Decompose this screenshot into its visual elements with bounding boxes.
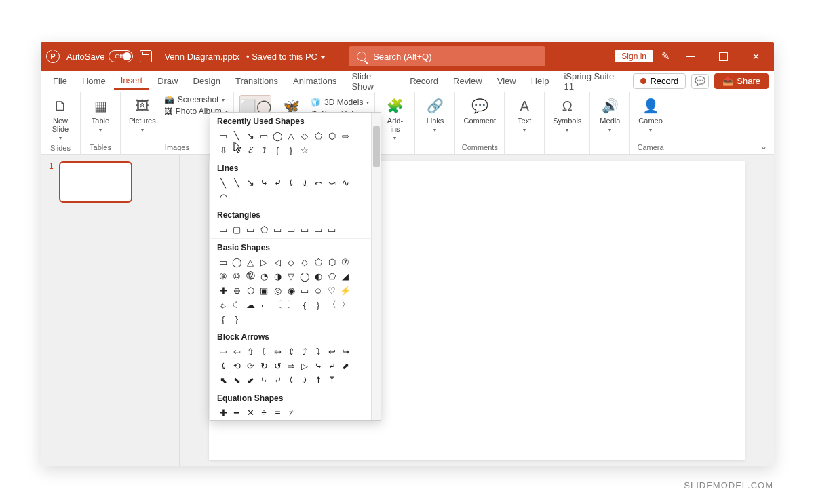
shape-item[interactable]: ╲ <box>231 130 243 142</box>
shape-item[interactable]: ⑩ <box>231 270 243 282</box>
shape-item[interactable]: ⤻ <box>326 176 338 189</box>
shape-item[interactable]: ◉ <box>285 284 297 296</box>
shape-item[interactable]: ⤴ <box>258 144 270 156</box>
shape-item[interactable]: ⤹ <box>217 360 229 372</box>
shape-item[interactable]: { <box>298 298 311 311</box>
media-button[interactable]: 🔊 Media ▾ <box>596 95 624 134</box>
shape-item[interactable]: ⤶ <box>326 360 338 372</box>
shape-item[interactable]: ╲ <box>217 176 229 189</box>
thumbnail-preview[interactable] <box>59 161 132 203</box>
shape-item[interactable]: ⤒ <box>326 374 338 386</box>
shape-item[interactable]: ⬠ <box>312 256 324 268</box>
tab-animations[interactable]: Animations <box>286 73 343 89</box>
tab-slideshow[interactable]: Slide Show <box>345 69 402 94</box>
shape-item[interactable]: ⤹ <box>285 374 297 386</box>
shape-item[interactable]: ↥ <box>312 374 324 386</box>
shape-item[interactable]: } <box>231 313 243 325</box>
shape-item[interactable]: ÷ <box>258 406 270 419</box>
shapes-scroll-area[interactable]: Recently Used Shapes▭╲↘▭◯△◇⬠⬡⇨⇩↪𝓔⤴{}☆Lin… <box>210 113 371 420</box>
scrollbar[interactable] <box>371 113 381 420</box>
shape-item[interactable]: ♡ <box>326 284 338 296</box>
record-button[interactable]: Record <box>633 73 686 89</box>
tab-ispring[interactable]: iSpring Suite 11 <box>557 69 632 94</box>
new-slide-button[interactable]: 🗋 New Slide ▾ <box>46 95 75 142</box>
shape-item[interactable]: ⬠ <box>326 270 338 282</box>
shape-item[interactable]: ⚡ <box>339 284 351 296</box>
shape-item[interactable]: ⇕ <box>285 345 297 357</box>
minimize-button[interactable] <box>678 46 703 66</box>
shape-item[interactable]: △ <box>244 256 256 268</box>
tab-record[interactable]: Record <box>403 73 445 89</box>
shape-item[interactable]: ▭ <box>298 223 311 235</box>
shape-item[interactable]: ⬠ <box>312 130 324 142</box>
close-button[interactable] <box>743 46 769 66</box>
shape-item[interactable]: ✕ <box>244 406 256 419</box>
shape-item[interactable]: ⇩ <box>258 345 270 357</box>
shape-item[interactable]: ⬡ <box>326 256 338 268</box>
shape-item[interactable]: ☁ <box>244 298 256 311</box>
shape-item[interactable]: ▭ <box>326 223 338 235</box>
shape-item[interactable]: ◁ <box>271 256 284 268</box>
shape-item[interactable]: ☾ <box>231 298 243 311</box>
shape-item[interactable]: ✚ <box>217 406 229 419</box>
tab-view[interactable]: View <box>490 73 523 89</box>
autosave-toggle[interactable]: AutoSave Off <box>66 50 133 62</box>
addins-button[interactable]: 🧩 Add- ins ▾ <box>381 95 409 142</box>
shape-item[interactable]: ▭ <box>271 223 284 235</box>
share-button[interactable]: 📤 Share <box>714 73 769 89</box>
shape-item[interactable]: ✚ <box>217 284 229 296</box>
shape-item[interactable]: ▢ <box>231 223 243 235</box>
shape-item[interactable]: ◢ <box>339 270 351 282</box>
cameo-button[interactable]: 👤 Cameo ▾ <box>636 95 665 134</box>
shape-item[interactable]: ⤵ <box>312 345 324 357</box>
shape-item[interactable]: ◠ <box>217 191 229 203</box>
shape-item[interactable]: ⇨ <box>339 130 351 142</box>
pen-icon[interactable] <box>660 51 671 62</box>
shape-item[interactable]: ◯ <box>298 270 311 282</box>
file-status[interactable]: • Saved to this PC <box>246 52 326 62</box>
shape-item[interactable]: { <box>271 144 284 156</box>
shape-item[interactable]: ⤹ <box>285 176 297 189</box>
shape-item[interactable]: ▭ <box>244 223 256 235</box>
shape-item[interactable]: ＝ <box>271 406 284 419</box>
shape-item[interactable]: 𝓔 <box>244 144 256 156</box>
shape-item[interactable]: ▭ <box>298 284 311 296</box>
slide-thumbnail-1[interactable]: 1 <box>49 161 171 203</box>
shape-item[interactable]: 〉 <box>339 298 351 311</box>
shape-item[interactable]: △ <box>285 130 297 142</box>
ribbon-collapse-button[interactable]: ⌄ <box>760 142 767 151</box>
shape-item[interactable]: ◯ <box>271 130 284 142</box>
text-button[interactable]: A Text ▾ <box>510 95 539 134</box>
shape-item[interactable]: 〕 <box>285 298 297 311</box>
shape-item[interactable]: ▽ <box>285 270 297 282</box>
shape-item[interactable]: ⤷ <box>258 176 270 189</box>
shape-item[interactable]: ▭ <box>217 256 229 268</box>
shape-item[interactable]: { <box>217 313 229 325</box>
shape-item[interactable]: ↻ <box>258 360 270 372</box>
shape-item[interactable]: ⊕ <box>231 284 243 296</box>
maximize-button[interactable] <box>710 46 736 66</box>
table-button[interactable]: ▦ Table ▾ <box>86 95 115 134</box>
comments-button[interactable]: 💬 <box>691 74 709 89</box>
shape-item[interactable]: ∿ <box>339 176 351 189</box>
3dmodels-button[interactable]: 🧊 3D Models ▾ <box>311 98 369 107</box>
shape-item[interactable]: ⤸ <box>298 176 311 189</box>
shape-item[interactable]: ▭ <box>258 130 270 142</box>
shape-item[interactable]: ━ <box>231 406 243 419</box>
shape-item[interactable]: ⬋ <box>244 374 256 386</box>
shape-item[interactable]: ⤶ <box>271 176 284 189</box>
shape-item[interactable]: ◑ <box>271 270 284 282</box>
tab-help[interactable]: Help <box>524 73 556 89</box>
shape-item[interactable]: 〔 <box>271 298 284 311</box>
links-button[interactable]: 🔗 Links ▾ <box>421 95 449 134</box>
shape-item[interactable]: ↩ <box>326 345 338 357</box>
shape-item[interactable]: ↪ <box>339 345 351 357</box>
shape-item[interactable]: ⤷ <box>258 374 270 386</box>
shape-item[interactable]: ◇ <box>298 256 311 268</box>
tab-review[interactable]: Review <box>446 73 489 89</box>
tab-transitions[interactable]: Transitions <box>229 73 285 89</box>
shape-item[interactable]: ▭ <box>285 223 297 235</box>
shape-item[interactable]: ⇨ <box>217 345 229 357</box>
shape-item[interactable]: ↺ <box>271 360 284 372</box>
shape-item[interactable]: ↘ <box>244 130 256 142</box>
